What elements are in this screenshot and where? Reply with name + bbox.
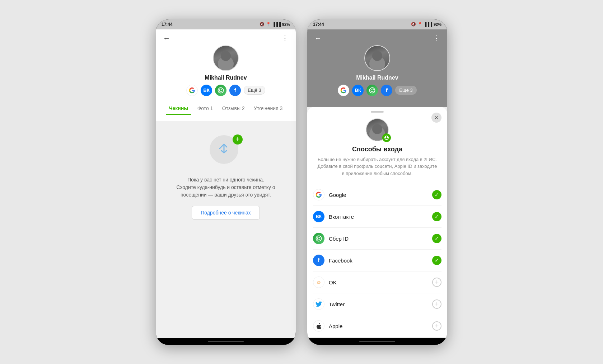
method-ok[interactable]: ☺ OK +	[313, 271, 441, 293]
top-nav-right: ← ⋮	[313, 29, 441, 45]
sheet-avatar-badge	[382, 133, 391, 142]
location-icon-r: 📍	[417, 22, 422, 27]
sheet-avatar-wrap	[364, 118, 390, 141]
method-sber-status: ✓	[432, 234, 441, 243]
tab-utochneniya[interactable]: Уточнения 3	[251, 101, 285, 115]
avatar-wrap-right	[313, 45, 441, 71]
right-phone-content: ← ⋮ Mikhail Rudnev ВК	[307, 29, 447, 338]
method-vk-left: ВК Вконтакте	[313, 211, 354, 222]
method-ok-left: ☺ OK	[313, 276, 337, 288]
profile-card-left: ← ⋮ Mikhail Rudnev	[156, 29, 296, 121]
facebook-method-icon: f	[313, 255, 324, 266]
method-twitter[interactable]: Twitter +	[313, 293, 441, 315]
left-phone: 17:44 🔇 📍 ▐▐▐ 92% ← ⋮ Mikhail Rudnev	[156, 19, 296, 345]
vk-icon-left[interactable]: ВК	[201, 85, 212, 96]
tabs-left: Чекины Фото 1 Отзывы 2 Уточнения 3	[162, 101, 290, 115]
google-method-icon	[313, 189, 324, 200]
facebook-icon-right[interactable]: f	[381, 85, 392, 96]
twitter-method-icon	[313, 298, 324, 310]
tab-chekins[interactable]: Чекины	[166, 101, 191, 115]
home-bar-left	[156, 338, 296, 345]
more-badge-right[interactable]: Ещё 3	[395, 86, 416, 95]
status-bar-right: 17:44 🔇 📍 ▐▐▐ 92%	[307, 19, 447, 29]
method-ok-status[interactable]: +	[432, 278, 441, 287]
google-icon-left[interactable]	[186, 85, 198, 96]
method-vk-status: ✓	[432, 212, 441, 221]
method-fb-status: ✓	[432, 256, 441, 265]
time-left: 17:44	[162, 22, 173, 27]
mute-icon-r: 🔇	[411, 22, 416, 27]
method-fb-label: Facebook	[329, 257, 352, 264]
login-methods-list: Google ✓ ВК Вконтакте ✓	[307, 184, 447, 337]
battery-left: 92%	[282, 22, 290, 27]
sber-icon-left[interactable]	[215, 85, 226, 96]
profile-name-left: Mikhail Rudnev	[162, 75, 290, 81]
method-twitter-label: Twitter	[329, 301, 345, 307]
vk-icon-right[interactable]: ВК	[352, 85, 364, 96]
svg-point-1	[370, 88, 375, 93]
avatar-left	[213, 45, 239, 71]
status-icons-right: 🔇 📍 ▐▐▐ 92%	[411, 22, 441, 27]
checkin-plus-icon: +	[233, 134, 243, 145]
method-sber-left: Сбер ID	[313, 233, 349, 244]
checkins-empty-section: + Пока у вас нет ни одного чекина. Сходи…	[156, 121, 296, 271]
method-vk[interactable]: ВК Вконтакте ✓	[313, 206, 441, 228]
profile-card-right: ← ⋮ Mikhail Rudnev ВК	[307, 29, 447, 107]
sber-icon-right[interactable]	[366, 85, 378, 96]
home-bar-right	[307, 338, 447, 345]
sheet-title: Способы входа	[307, 146, 447, 153]
avatar-image-right	[365, 46, 389, 70]
svg-point-0	[218, 88, 224, 93]
avatar-wrap-left	[162, 45, 290, 71]
more-badge-left[interactable]: Ещё 3	[244, 86, 265, 95]
method-apple-label: Apple	[329, 323, 342, 329]
top-nav-left: ← ⋮	[162, 29, 290, 45]
google-icon-right[interactable]	[338, 85, 349, 96]
method-google-left: Google	[313, 189, 346, 200]
status-icons-left: 🔇 📍 ▐▐▐ 92%	[260, 22, 290, 27]
back-button-left[interactable]: ←	[163, 34, 170, 42]
checkins-learn-more-button[interactable]: Подробнее о чекинах	[192, 206, 260, 219]
method-sber-label: Сбер ID	[329, 236, 349, 242]
home-indicator-left	[208, 341, 244, 342]
sheet-drag-handle[interactable]	[371, 111, 384, 113]
profile-name-right: Mikhail Rudnev	[313, 75, 441, 81]
method-apple-left: Apple	[313, 320, 342, 332]
method-google[interactable]: Google ✓	[313, 184, 441, 206]
sheet-description: Больше не нужно выбирать аккаунт для вхо…	[307, 156, 447, 177]
method-apple[interactable]: Apple +	[313, 315, 441, 337]
battery-right: 92%	[434, 22, 441, 27]
method-facebook[interactable]: f Facebook ✓	[313, 250, 441, 271]
method-sber[interactable]: Сбер ID ✓	[313, 228, 441, 250]
method-google-status: ✓	[432, 190, 441, 199]
avatar-right	[364, 45, 390, 71]
home-indicator-right	[359, 341, 395, 342]
vk-method-icon: ВК	[313, 211, 324, 222]
back-button-right[interactable]: ←	[314, 34, 322, 42]
tab-foto[interactable]: Фото 1	[195, 101, 216, 115]
ok-method-icon: ☺	[313, 276, 324, 288]
signal-icon: ▐▐▐	[272, 22, 281, 27]
checkin-icon-wrap: +	[210, 135, 242, 167]
mute-icon: 🔇	[260, 22, 265, 27]
right-phone: 17:44 🔇 📍 ▐▐▐ 92% ← ⋮ Mikhail Rudnev	[307, 19, 447, 345]
tab-otzyvy[interactable]: Отзывы 2	[219, 101, 248, 115]
method-ok-label: OK	[329, 279, 337, 285]
signal-icon-r: ▐▐▐	[424, 22, 432, 27]
sheet-close-button[interactable]: ✕	[431, 113, 441, 123]
status-bar-left: 17:44 🔇 📍 ▐▐▐ 92%	[156, 19, 296, 29]
location-icon: 📍	[266, 22, 271, 27]
social-icons-left: ВК f Ещё 3	[162, 85, 290, 96]
more-button-right[interactable]: ⋮	[433, 34, 440, 42]
apple-method-icon	[313, 320, 324, 332]
social-icons-right: ВК f Ещё 3	[313, 85, 441, 96]
left-phone-content: ← ⋮ Mikhail Rudnev	[156, 29, 296, 338]
method-twitter-status[interactable]: +	[432, 299, 441, 309]
method-twitter-left: Twitter	[313, 298, 345, 310]
avatar-image-left	[214, 46, 238, 70]
method-apple-status[interactable]: +	[432, 321, 441, 331]
method-vk-label: Вконтакте	[329, 214, 354, 220]
facebook-icon-left[interactable]: f	[229, 85, 241, 96]
more-button-left[interactable]: ⋮	[281, 34, 289, 42]
svg-point-3	[386, 136, 387, 138]
